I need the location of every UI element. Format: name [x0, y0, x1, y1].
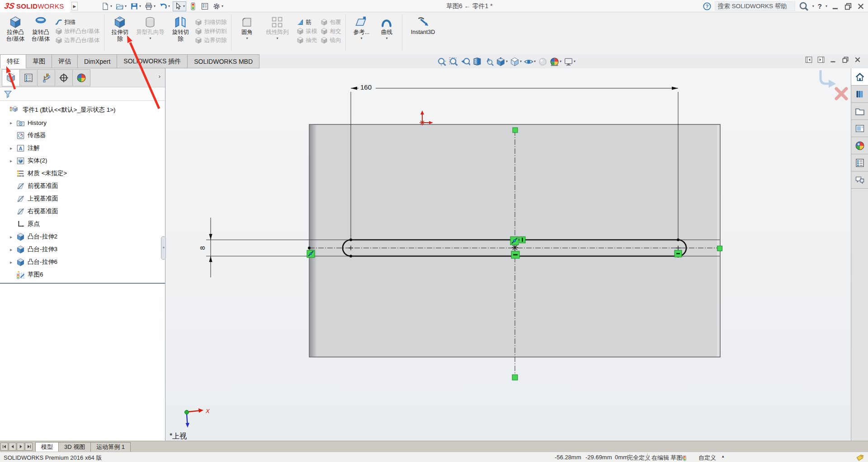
dimension-8[interactable]: 8	[198, 218, 212, 277]
display-style-caret-icon[interactable]: ▾	[520, 60, 522, 63]
section-view-button[interactable]	[472, 57, 482, 67]
save-button[interactable]: ▾	[129, 2, 142, 11]
panel-tab-propertymanager[interactable]	[19, 69, 38, 86]
curves-caret-icon[interactable]: ▾	[386, 37, 387, 40]
zoom-fit-button[interactable]	[437, 57, 447, 67]
sketch-origin[interactable]	[420, 110, 433, 125]
expand-arrow-icon[interactable]: ▸	[10, 146, 16, 151]
linear-pattern-caret-icon[interactable]: ▾	[276, 37, 278, 40]
rebuild-traffic-light-button[interactable]	[188, 2, 198, 11]
tree-item-4[interactable]: ▸材质 <未指定>	[0, 167, 165, 180]
apply-scene-button[interactable]: ▾	[550, 57, 561, 67]
apply-scene-caret-icon[interactable]: ▾	[560, 60, 561, 63]
doc-close-button[interactable]	[854, 56, 862, 64]
expand-arrow-icon[interactable]: ▸	[10, 158, 16, 163]
taskpane-appearances-button[interactable]	[851, 137, 868, 154]
document-tab-0[interactable]: 模型	[35, 442, 59, 452]
command-tab-4[interactable]: SOLIDWORKS 插件	[117, 54, 188, 68]
doc-restore-button[interactable]	[841, 56, 849, 64]
command-tab-2[interactable]: 评估	[52, 54, 78, 68]
tree-item-7[interactable]: ▸右视基准面	[0, 205, 165, 218]
expand-arrow-icon[interactable]: ▸	[10, 234, 16, 239]
search-icon[interactable]	[799, 1, 809, 11]
reference-geometry-caret-icon[interactable]: ▾	[360, 37, 362, 40]
view-orientation-button[interactable]: ▾	[496, 57, 508, 67]
document-tab-2[interactable]: 运动算例 1	[90, 442, 131, 452]
undo-caret-icon[interactable]: ▾	[168, 5, 170, 8]
previous-view-button[interactable]	[461, 57, 470, 67]
view-settings-button[interactable]: ▾	[564, 57, 576, 67]
rib-button[interactable]: 筋	[295, 18, 319, 27]
taskpane-custom-properties-button[interactable]	[851, 154, 868, 171]
graphics-viewport[interactable]: 160 8	[166, 68, 851, 441]
view-orientation-caret-icon[interactable]: ▾	[506, 60, 508, 63]
select-cursor-button[interactable]: ▾	[173, 1, 186, 11]
cut-revolve-button[interactable]: 旋转切除	[168, 16, 193, 43]
app-close-button[interactable]	[856, 2, 865, 11]
new-file-button[interactable]: ▾	[100, 2, 113, 11]
taskpane-view-palette-button[interactable]	[851, 120, 868, 137]
panel-tab-configurations[interactable]	[37, 69, 55, 86]
tree-filter-row[interactable]	[0, 87, 165, 101]
doc-pane-right-button[interactable]	[817, 56, 825, 64]
tree-item-2[interactable]: ▸A注解	[0, 142, 165, 154]
annotation-view-button[interactable]: A	[484, 57, 494, 67]
doc-minimize-button[interactable]	[829, 56, 837, 64]
view-settings-caret-icon[interactable]: ▾	[574, 60, 576, 63]
tree-item-10[interactable]: ▸凸台-拉伸3	[0, 243, 165, 256]
tree-item-12[interactable]: ▸*草图6	[0, 268, 165, 281]
settings-gear-caret-icon[interactable]: ▾	[222, 5, 223, 8]
expand-arrow-icon[interactable]: ▸	[10, 120, 16, 125]
zoom-area-button[interactable]	[449, 57, 458, 67]
sweep-button[interactable]: 扫描	[53, 18, 101, 27]
nav-last-button[interactable]	[25, 443, 33, 451]
doc-pane-left-button[interactable]	[805, 56, 813, 64]
help-circle-icon[interactable]: ?	[703, 2, 711, 10]
hide-show-items-button[interactable]: ▾	[524, 57, 536, 67]
search-caret-icon[interactable]: ▾	[812, 5, 814, 8]
open-file-button[interactable]: ▾	[115, 2, 127, 11]
command-tab-5[interactable]: SOLIDWORKS MBD	[188, 54, 259, 68]
settings-gear-button[interactable]: ▾	[212, 2, 224, 11]
help-button[interactable]: ?	[818, 2, 822, 10]
select-cursor-caret-icon[interactable]: ▾	[183, 5, 185, 8]
reference-geometry-button[interactable]: 参考...▾	[349, 16, 374, 40]
taskpane-forum-button[interactable]	[851, 171, 868, 189]
expand-arrow-icon[interactable]: ▸	[10, 260, 16, 265]
tree-root-item[interactable]: ▸零件1 (默认<<默认>_显示状态 1>)	[0, 104, 165, 116]
tree-item-8[interactable]: ▸原点	[0, 218, 165, 230]
search-input[interactable]: 搜索 SOLIDWORKS 帮助	[715, 1, 795, 11]
tree-item-6[interactable]: ▸上视基准面	[0, 192, 165, 205]
nav-next-button[interactable]	[17, 443, 24, 451]
confirmation-corner[interactable]	[821, 70, 846, 99]
command-tab-1[interactable]: 草图	[26, 54, 52, 68]
panel-splitter-handle[interactable]	[161, 236, 166, 260]
taskpane-design-library-button[interactable]	[851, 86, 868, 103]
expand-arrow-icon[interactable]: ▸	[10, 247, 16, 252]
tree-item-1[interactable]: ▸传感器	[0, 129, 165, 142]
instant3d-button[interactable]: Instant3D	[405, 16, 440, 36]
taskpane-file-explorer-button[interactable]	[851, 103, 868, 120]
fillet-button[interactable]: 圆角▾	[234, 16, 259, 40]
command-tab-3[interactable]: DimXpert	[78, 54, 117, 68]
revolve-boss-button[interactable]: 旋转凸台/基体	[28, 16, 53, 43]
new-file-caret-icon[interactable]: ▾	[110, 5, 112, 8]
tag-icon[interactable]	[856, 454, 864, 462]
tree-item-3[interactable]: ▸实体(2)	[0, 154, 165, 167]
hole-wizard-caret-icon[interactable]: ▾	[149, 37, 151, 40]
hide-show-items-caret-icon[interactable]: ▾	[534, 60, 536, 63]
panel-tab-display-manager[interactable]	[72, 69, 90, 86]
save-caret-icon[interactable]: ▾	[139, 5, 141, 8]
filter-funnel-icon[interactable]	[4, 90, 12, 98]
rollback-bar[interactable]	[0, 283, 165, 284]
command-tab-0[interactable]: 特征	[0, 54, 26, 68]
unit-system-label[interactable]: 自定义	[698, 454, 716, 462]
fillet-caret-icon[interactable]: ▾	[246, 37, 248, 40]
tree-item-11[interactable]: ▸凸台-拉伸6	[0, 256, 165, 268]
app-minimize-button[interactable]	[831, 2, 840, 11]
undo-button[interactable]: ▾	[158, 2, 171, 11]
help-caret-icon[interactable]: ▾	[826, 5, 827, 8]
open-file-caret-icon[interactable]: ▾	[125, 5, 127, 8]
print-caret-icon[interactable]: ▾	[154, 5, 156, 8]
curves-button[interactable]: 曲线▾	[374, 16, 399, 40]
